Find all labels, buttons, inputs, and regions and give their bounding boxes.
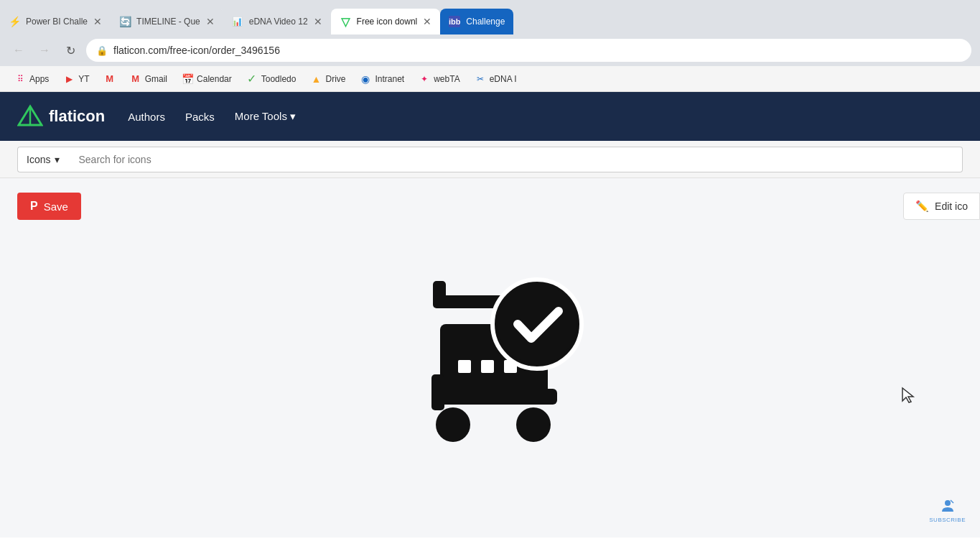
tab-title-ibb: Challenge bbox=[466, 17, 505, 27]
bookmark-webta[interactable]: ✦ webTA bbox=[413, 71, 465, 87]
tab-close-powerbi[interactable]: ✕ bbox=[93, 16, 102, 27]
tab-favicon-flaticon: ▽ bbox=[340, 16, 351, 27]
svg-rect-9 bbox=[458, 360, 471, 373]
bookmark-intranet-label: Intranet bbox=[375, 74, 404, 84]
flaticon-logo-text: flaticon bbox=[49, 107, 105, 126]
search-input[interactable] bbox=[68, 147, 963, 172]
search-category-chevron-icon: ▾ bbox=[55, 154, 60, 165]
intranet-favicon: ◉ bbox=[360, 73, 371, 85]
svg-point-13 bbox=[498, 285, 577, 364]
bookmark-apps[interactable]: ⠿ Apps bbox=[9, 71, 55, 87]
calendar-favicon: 📅 bbox=[182, 73, 193, 85]
search-category-label: Icons bbox=[27, 154, 50, 165]
webta-favicon: ✦ bbox=[419, 73, 430, 85]
gmail1-favicon: M bbox=[104, 73, 116, 85]
tab-close-flaticon[interactable]: ✕ bbox=[423, 16, 431, 27]
tab-title-flaticon: Free icon downl bbox=[357, 17, 418, 27]
drive-favicon: ▲ bbox=[310, 73, 322, 85]
bookmark-calendar-label: Calendar bbox=[197, 74, 232, 84]
bookmark-webta-label: webTA bbox=[434, 74, 459, 84]
edna-favicon: ✂ bbox=[475, 73, 486, 85]
tab-title-powerbi: Power BI Challe bbox=[26, 17, 88, 27]
bookmark-yt-label: YT bbox=[78, 74, 89, 84]
reload-button[interactable]: ↻ bbox=[60, 40, 80, 60]
edit-icon-button[interactable]: ✏️ Edit ico bbox=[903, 193, 980, 220]
back-button[interactable]: ← bbox=[9, 40, 29, 60]
edit-button-label: Edit ico bbox=[935, 200, 968, 212]
bookmark-edna[interactable]: ✂ eDNA I bbox=[469, 71, 523, 87]
nav-link-more-tools[interactable]: More Tools ▾ bbox=[235, 110, 296, 123]
address-bar[interactable]: 🔒 flaticon.com/free-icon/order_3496156 bbox=[86, 39, 971, 62]
bookmark-toodledo[interactable]: ✓ Toodledo bbox=[241, 71, 302, 87]
gmail-favicon: M bbox=[130, 73, 141, 85]
save-button-label: Save bbox=[44, 200, 68, 213]
tab-title-timeline: TIMELINE - Que bbox=[136, 17, 200, 27]
forward-button[interactable]: → bbox=[34, 40, 55, 60]
flaticon-navbar: flaticon Authors Packs More Tools ▾ bbox=[0, 92, 980, 141]
svg-line-17 bbox=[951, 500, 953, 503]
main-area: P Save ✏️ Edit ico bbox=[0, 178, 980, 538]
pinterest-icon: P bbox=[30, 200, 38, 213]
bookmark-toodledo-label: Toodledo bbox=[261, 74, 297, 84]
bookmark-gmail1[interactable]: M bbox=[98, 71, 121, 87]
svg-rect-10 bbox=[481, 360, 494, 373]
toodledo-favicon: ✓ bbox=[246, 73, 258, 85]
bookmark-intranet[interactable]: ◉ Intranet bbox=[354, 71, 410, 87]
bookmark-drive-label: Drive bbox=[325, 74, 345, 84]
browser-chrome: ⚡ Power BI Challe ✕ 🔄 TIMELINE - Que ✕ 📊… bbox=[0, 0, 980, 92]
bookmark-edna-label: eDNA I bbox=[490, 74, 517, 84]
tab-powerbi[interactable]: ⚡ Power BI Challe ✕ bbox=[0, 9, 111, 34]
apps-favicon: ⠿ bbox=[14, 73, 26, 85]
bookmark-drive[interactable]: ▲ Drive bbox=[304, 71, 351, 87]
nav-link-authors[interactable]: Authors bbox=[128, 111, 165, 123]
edit-icon: ✏️ bbox=[915, 200, 929, 213]
tab-favicon-ibb: ibb bbox=[449, 16, 460, 27]
save-button[interactable]: P Save bbox=[17, 193, 81, 220]
tab-favicon-powerbi: ⚡ bbox=[9, 16, 20, 27]
bookmark-yt[interactable]: ▶ YT bbox=[57, 71, 95, 87]
address-bar-row: ← → ↻ 🔒 flaticon.com/free-icon/order_349… bbox=[0, 34, 980, 66]
yt-favicon: ▶ bbox=[63, 73, 75, 85]
address-text: flaticon.com/free-icon/order_3496156 bbox=[113, 45, 280, 56]
lock-icon: 🔒 bbox=[96, 45, 108, 56]
tab-flaticon[interactable]: ▽ Free icon downl ✕ bbox=[331, 9, 441, 34]
tab-edna[interactable]: 📊 eDNA Video 12 ✕ bbox=[223, 9, 331, 34]
bookmark-apps-label: Apps bbox=[29, 74, 49, 84]
bookmark-gmail-label: Gmail bbox=[145, 74, 167, 84]
tab-favicon-edna: 📊 bbox=[232, 16, 243, 27]
svg-point-7 bbox=[436, 407, 470, 442]
bookmark-calendar[interactable]: 📅 Calendar bbox=[176, 71, 238, 87]
page-content: flaticon Authors Packs More Tools ▾ Icon… bbox=[0, 92, 980, 549]
tab-bar: ⚡ Power BI Challe ✕ 🔄 TIMELINE - Que ✕ 📊… bbox=[0, 0, 980, 34]
svg-rect-5 bbox=[431, 389, 557, 405]
icon-display bbox=[17, 241, 963, 457]
flaticon-nav-links: Authors Packs More Tools ▾ bbox=[128, 110, 296, 123]
flaticon-logo-icon bbox=[17, 103, 43, 129]
search-bar-row: Icons ▾ bbox=[0, 141, 980, 178]
bookmarks-bar: ⠿ Apps ▶ YT M M Gmail 📅 Calendar ✓ Toodl… bbox=[0, 66, 980, 92]
tab-close-timeline[interactable]: ✕ bbox=[206, 16, 215, 27]
tab-favicon-timeline: 🔄 bbox=[119, 16, 131, 27]
tab-title-edna: eDNA Video 12 bbox=[249, 17, 308, 27]
tab-ibb[interactable]: ibb Challenge bbox=[440, 9, 513, 34]
bookmark-gmail[interactable]: M Gmail bbox=[124, 71, 173, 87]
flaticon-logo[interactable]: flaticon bbox=[17, 103, 105, 129]
tab-timeline[interactable]: 🔄 TIMELINE - Que ✕ bbox=[111, 9, 223, 34]
tab-close-edna[interactable]: ✕ bbox=[314, 16, 322, 27]
search-category-dropdown[interactable]: Icons ▾ bbox=[17, 147, 68, 172]
nav-link-packs[interactable]: Packs bbox=[185, 111, 215, 123]
order-icon bbox=[383, 241, 598, 457]
svg-rect-6 bbox=[431, 374, 444, 410]
svg-point-8 bbox=[516, 407, 551, 442]
svg-point-16 bbox=[945, 500, 951, 506]
subscribe-watermark: SUBSCRIBE bbox=[929, 497, 966, 523]
